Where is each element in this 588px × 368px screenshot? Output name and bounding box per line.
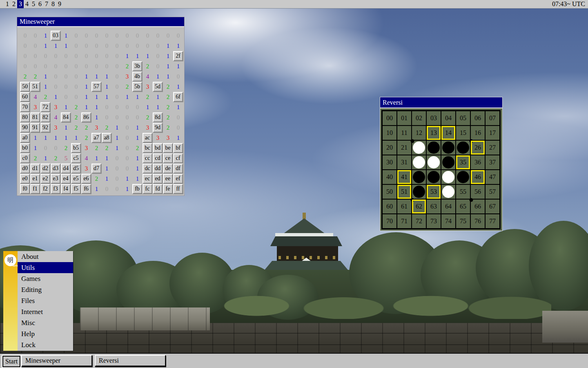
mine-cell-3f[interactable]: 1 [173,61,183,72]
reversi-cell-13[interactable]: 13 [426,126,441,140]
mine-cell-65[interactable]: 0 [71,92,81,102]
reversi-cell-10[interactable]: 10 [382,126,397,140]
mine-cell-d6[interactable]: 3 [81,164,91,174]
mine-cell-a5[interactable]: 1 [71,133,81,143]
mine-cell-05[interactable]: 0 [71,31,81,41]
menu-item-help[interactable]: Help [18,328,73,339]
mine-cell-fd[interactable]: fd [153,184,163,194]
mine-cell-7f[interactable]: 1 [173,102,183,112]
mine-cell-a3[interactable]: 1 [51,133,61,143]
mine-cell-97[interactable]: 3 [91,123,102,133]
mine-cell-1b[interactable]: 0 [132,41,143,51]
mine-cell-c8[interactable]: 1 [102,153,112,164]
mine-cell-48[interactable]: 1 [102,72,112,82]
mine-cell-b9[interactable]: 1 [112,143,122,153]
mine-cell-62[interactable]: 2 [40,92,51,102]
mine-cell-73[interactable]: 3 [51,102,61,112]
mine-cell-df[interactable]: df [173,164,183,174]
mine-cell-7b[interactable]: 0 [132,102,143,112]
mine-cell-4b[interactable]: 4b [132,72,143,82]
mine-cell-06[interactable]: 0 [81,31,91,41]
reversi-cell-60[interactable]: 60 [382,199,397,214]
mine-cell-ab[interactable]: 1 [132,133,143,143]
reversi-titlebar[interactable]: Reversi [380,97,502,108]
mine-cell-f2[interactable]: f2 [40,184,51,194]
mine-cell-e9[interactable]: 0 [112,174,122,184]
mine-cell-01[interactable]: 0 [30,31,40,41]
mine-cell-26[interactable]: 0 [81,51,91,61]
mine-cell-77[interactable]: 1 [91,102,102,112]
mine-cell-14[interactable]: 1 [61,41,71,51]
mine-cell-8d[interactable]: 8d [153,112,163,123]
mine-cell-1a[interactable]: 0 [122,41,132,51]
mine-cell-68[interactable]: 1 [102,92,112,102]
mine-cell-4f[interactable]: 0 [173,72,183,82]
reversi-cell-23[interactable] [426,140,441,155]
mine-cell-ca[interactable]: 0 [122,153,132,164]
mine-cell-92[interactable]: 92 [40,123,51,133]
mine-cell-07[interactable]: 0 [91,31,102,41]
reversi-cell-65[interactable]: 65 [456,199,470,214]
reversi-cell-17[interactable]: 17 [485,126,500,140]
mine-cell-93[interactable]: 3 [51,123,61,133]
reversi-cell-64[interactable]: 64 [441,199,456,214]
mine-cell-5c[interactable]: 3 [143,82,153,92]
mine-cell-0d[interactable]: 0 [153,31,163,41]
mine-cell-b8[interactable]: 2 [102,143,112,153]
mine-cell-ff[interactable]: ff [173,184,183,194]
mine-cell-d2[interactable]: d2 [40,164,51,174]
mine-cell-a4[interactable]: 1 [61,133,71,143]
mine-cell-d3[interactable]: d3 [51,164,61,174]
mine-cell-5d[interactable]: 5d [153,82,163,92]
reversi-cell-62[interactable]: 62 [412,199,426,214]
reversi-cell-12[interactable]: 12 [412,126,426,140]
mine-cell-ea[interactable]: 1 [122,174,132,184]
workspace-3[interactable]: 3 [17,0,24,8]
mine-cell-45[interactable]: 0 [71,72,81,82]
mine-cell-e1[interactable]: e1 [30,174,40,184]
reversi-cell-03[interactable]: 03 [426,111,441,126]
mine-cell-38[interactable]: 0 [102,61,112,72]
reversi-cell-76[interactable]: 76 [470,214,485,229]
mine-cell-0f[interactable]: 0 [173,31,183,41]
reversi-cell-30[interactable]: 30 [382,155,397,170]
mine-cell-6e[interactable]: 2 [163,92,173,102]
mine-cell-eb[interactable]: 1 [132,174,143,184]
mine-cell-16[interactable]: 0 [81,41,91,51]
mine-cell-e6[interactable]: e6 [81,174,91,184]
workspace-1[interactable]: 1 [4,0,11,8]
mine-cell-11[interactable]: 0 [30,41,40,51]
reversi-cell-61[interactable]: 61 [397,199,412,214]
mine-cell-81[interactable]: 81 [30,112,40,123]
mine-cell-cd[interactable]: cd [153,153,163,164]
mine-cell-86[interactable]: 86 [81,112,91,123]
mine-cell-04[interactable]: 1 [61,31,71,41]
menu-item-internet[interactable]: Internet [18,306,73,317]
reversi-cell-44[interactable] [441,170,456,184]
mine-cell-6f[interactable]: 6f [173,92,183,102]
reversi-cell-36[interactable]: 36 [470,155,485,170]
mine-cell-ba[interactable]: 0 [122,143,132,153]
mine-cell-46[interactable]: 1 [81,72,91,82]
mine-cell-17[interactable]: 0 [91,41,102,51]
task-button-minesweeper[interactable]: Minesweeper [21,355,92,366]
mine-cell-02[interactable]: 1 [40,31,51,41]
reversi-cell-45[interactable] [456,170,470,184]
mine-cell-44[interactable]: 0 [61,72,71,82]
mine-cell-8b[interactable]: 0 [132,112,143,123]
mine-cell-70[interactable]: 70 [20,102,30,112]
mine-cell-c4[interactable]: 5 [61,153,71,164]
reversi-cell-35[interactable]: 35 [456,155,470,170]
mine-cell-63[interactable]: 1 [51,92,61,102]
reversi-cell-24[interactable] [441,140,456,155]
mine-cell-50[interactable]: 50 [20,82,30,92]
reversi-cell-75[interactable]: 75 [456,214,470,229]
reversi-cell-42[interactable] [412,170,426,184]
mine-cell-72[interactable]: 72 [40,102,51,112]
reversi-cell-14[interactable]: 14 [441,126,456,140]
mine-cell-b1[interactable]: 1 [30,143,40,153]
reversi-cell-25[interactable] [456,140,470,155]
mine-cell-fa[interactable]: 1 [122,184,132,194]
mine-cell-b6[interactable]: 3 [81,143,91,153]
mine-cell-d4[interactable]: d4 [61,164,71,174]
